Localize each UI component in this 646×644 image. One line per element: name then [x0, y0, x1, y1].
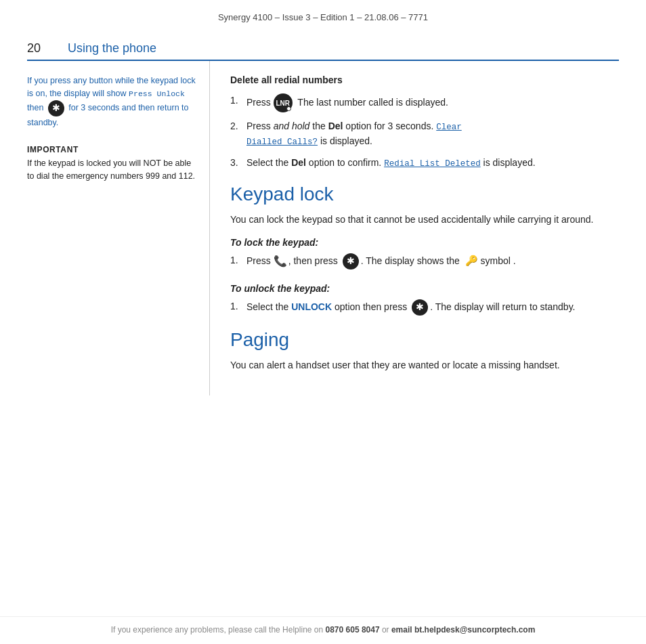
chapter-title: Using the phone [68, 41, 156, 56]
step-1-text: Press LNR The last number called is disp… [246, 93, 619, 112]
key-symbol: 🔑 [465, 253, 478, 269]
paging-intro: You can alert a handset user that they a… [230, 358, 619, 372]
delete-step-1: 1. Press LNR The last number called is d… [230, 93, 619, 112]
page-header: Synergy 4100 – Issue 3 – Edition 1 – 21.… [0, 0, 646, 29]
footer-email: email bt.helpdesk@suncorptech.com [391, 625, 535, 635]
lock-step-1-num: 1. [230, 253, 246, 267]
delete-step-2: 2. Press and hold the Del option for 3 s… [230, 119, 619, 149]
delete-section-heading: Delete all redial numbers [230, 74, 619, 85]
sidebar: If you press any button while the keypad… [27, 61, 210, 395]
sidebar-note: If you press any button while the keypad… [27, 74, 196, 129]
sidebar-important-label: IMPORTANT [27, 145, 196, 154]
unlock-step-1: 1. Select the UNLOCK option then press ✱… [230, 299, 619, 316]
sidebar-important-text: If the keypad is locked you will NOT be … [27, 157, 196, 183]
unlock-step-1-text: Select the UNLOCK option then press ✱. T… [246, 299, 619, 316]
lock-steps-list: 1. Press 📞, then press ✱. The display sh… [230, 253, 619, 270]
footer-text-before: If you experience any problems, please c… [111, 625, 326, 635]
lock-keypad-heading: To lock the keypad: [230, 237, 619, 248]
star-badge-unlock: ✱ [412, 299, 428, 316]
star-badge-sidebar: ✱ [48, 100, 64, 116]
keypad-lock-intro: You can lock the keypad so that it canno… [230, 212, 619, 227]
paging-title: Paging [230, 329, 619, 351]
lock-step-1-text: Press 📞, then press ✱. The display shows… [246, 253, 619, 270]
step-1-num: 1. [230, 93, 246, 108]
star-badge-lock: ✱ [343, 253, 359, 270]
unlock-steps-list: 1. Select the UNLOCK option then press ✱… [230, 299, 619, 316]
footer-phone: 0870 605 8047 [326, 625, 380, 635]
step-3-text: Select the Del option to confirm. Redial… [246, 156, 619, 171]
step-2-text: Press and hold the Del option for 3 seco… [246, 119, 619, 149]
lock-step-1: 1. Press 📞, then press ✱. The display sh… [230, 253, 619, 270]
footer-text-mid: or [380, 625, 391, 635]
delete-step-3: 3. Select the Del option to confirm. Red… [230, 156, 619, 171]
sidebar-note-text: If you press any button while the keypad… [27, 76, 196, 127]
chapter-number: 20 [27, 41, 68, 56]
step-3-num: 3. [230, 156, 246, 170]
page-footer: If you experience any problems, please c… [0, 616, 646, 644]
content-columns: If you press any button while the keypad… [27, 61, 619, 395]
lnr-badge: LNR [274, 93, 293, 112]
delete-steps-list: 1. Press LNR The last number called is d… [230, 93, 619, 170]
page-body: 20 Using the phone If you press any butt… [0, 29, 646, 395]
chapter-row: 20 Using the phone [27, 29, 619, 61]
header-text: Synergy 4100 – Issue 3 – Edition 1 – 21.… [218, 12, 428, 22]
keypad-lock-title: Keypad lock [230, 184, 619, 205]
phone-icon: 📞 [274, 253, 287, 270]
main-content: Delete all redial numbers 1. Press LNR T… [210, 61, 619, 395]
step-2-num: 2. [230, 119, 246, 133]
unlock-keypad-heading: To unlock the keypad: [230, 283, 619, 294]
unlock-step-1-num: 1. [230, 299, 246, 314]
